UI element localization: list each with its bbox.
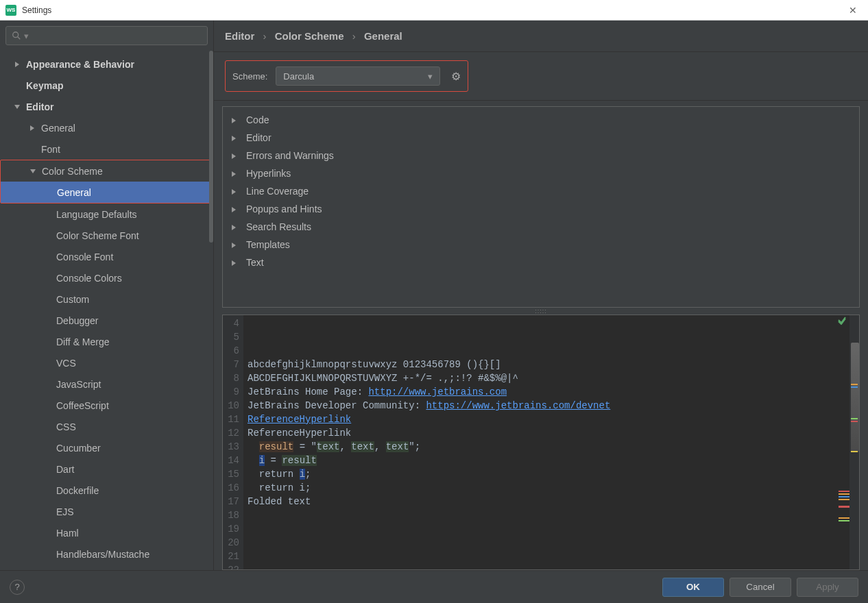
sidebar-item-vcs[interactable]: VCS xyxy=(0,352,213,373)
sidebar-item-console-font[interactable]: Console Font xyxy=(0,246,213,267)
marker-strip[interactable] xyxy=(849,315,859,569)
chevron-right-icon xyxy=(231,114,241,125)
scheme-row: Scheme: Darcula ▾ ⚙ xyxy=(214,52,868,101)
chevron-right-icon xyxy=(231,221,241,232)
sidebar-item-keymap[interactable]: Keymap xyxy=(0,75,213,96)
sidebar-item-general[interactable]: General xyxy=(0,117,213,138)
apply-button[interactable]: Apply xyxy=(797,578,858,597)
category-text[interactable]: Text xyxy=(223,254,859,271)
breadcrumb-color-scheme[interactable]: Color Scheme xyxy=(275,30,344,42)
category-code[interactable]: Code xyxy=(223,111,859,129)
sidebar-item-font[interactable]: Font xyxy=(0,138,213,160)
gear-icon[interactable]: ⚙ xyxy=(451,70,461,83)
category-search-results[interactable]: Search Results xyxy=(223,218,859,236)
breadcrumb-general: General xyxy=(364,30,402,42)
sidebar-item-coffeescript[interactable]: CoffeeScript xyxy=(0,395,213,416)
scheme-value: Darcula xyxy=(283,71,314,82)
sidebar-item-label: Diff & Merge xyxy=(56,336,110,347)
cancel-button[interactable]: Cancel xyxy=(730,578,791,597)
sidebar-item-editor[interactable]: Editor xyxy=(0,96,213,117)
sidebar-item-javascript[interactable]: JavaScript xyxy=(0,373,213,395)
search-input[interactable]: ▾ xyxy=(5,26,208,45)
breadcrumb-editor[interactable]: Editor xyxy=(225,30,254,42)
category-label: Text xyxy=(246,257,264,268)
sidebar-item-console-colors[interactable]: Console Colors xyxy=(0,267,213,288)
category-hyperlinks[interactable]: Hyperlinks xyxy=(223,164,859,182)
search-icon xyxy=(12,31,21,40)
sidebar-item-label: CSS xyxy=(56,421,76,432)
category-label: Code xyxy=(246,114,269,125)
sidebar-item-label: Console Colors xyxy=(56,273,122,284)
sidebar-item-label: Editor xyxy=(26,101,53,112)
ok-button[interactable]: OK xyxy=(662,578,724,597)
preview-panel: 45678910111213141516171819202122 abcdefg… xyxy=(222,315,860,570)
sidebar-item-label: Color Scheme xyxy=(42,166,103,177)
close-icon[interactable]: ✕ xyxy=(843,5,863,16)
category-label: Templates xyxy=(246,239,290,250)
category-editor[interactable]: Editor xyxy=(223,129,859,147)
color-scheme-highlight-box: Color SchemeGeneral xyxy=(0,160,213,204)
sidebar-item-language-defaults[interactable]: Language Defaults xyxy=(0,204,213,225)
sidebar-item-label: Cucumber xyxy=(56,443,101,454)
category-label: Search Results xyxy=(246,221,311,232)
scheme-select[interactable]: Darcula ▾ xyxy=(276,66,440,86)
panels: CodeEditorErrors and WarningsHyperlinksL… xyxy=(214,101,868,570)
inspection-indicator[interactable] xyxy=(822,315,849,325)
sidebar-item-label: Console Font xyxy=(56,251,113,262)
category-popups-and-hints[interactable]: Popups and Hints xyxy=(223,200,859,218)
sidebar-item-handlebars-mustache[interactable]: Handlebars/Mustache xyxy=(0,543,213,565)
content-area: Editor › Color Scheme › General Scheme: … xyxy=(214,21,868,570)
sidebar-item-css[interactable]: CSS xyxy=(0,416,213,437)
line-gutter: 45678910111213141516171819202122 xyxy=(223,315,243,569)
chevron-right-icon xyxy=(231,257,241,268)
category-label: Editor xyxy=(246,132,272,143)
category-errors-and-warnings[interactable]: Errors and Warnings xyxy=(223,147,859,164)
sidebar-item-dockerfile[interactable]: Dockerfile xyxy=(0,480,213,501)
sidebar-item-debugger[interactable]: Debugger xyxy=(0,310,213,331)
sidebar-scrollbar[interactable] xyxy=(209,51,213,243)
breadcrumb: Editor › Color Scheme › General xyxy=(214,21,868,52)
chevron-right-icon xyxy=(12,62,22,67)
window-title: Settings xyxy=(22,5,843,15)
category-panel[interactable]: CodeEditorErrors and WarningsHyperlinksL… xyxy=(222,106,860,308)
chevron-right-icon xyxy=(231,204,241,214)
help-button[interactable]: ? xyxy=(10,580,25,595)
splitter[interactable]: ::::: xyxy=(222,308,860,315)
sidebar-item-label: Language Defaults xyxy=(56,209,137,220)
title-bar: WS Settings ✕ xyxy=(0,0,868,21)
sidebar-item-color-scheme[interactable]: Color Scheme xyxy=(1,160,213,182)
category-templates[interactable]: Templates xyxy=(223,236,859,254)
svg-line-1 xyxy=(18,37,21,40)
sidebar-item-label: Debugger xyxy=(56,315,99,326)
code-preview[interactable]: abcdefghijklmnopqrstuvwxyz 0123456789 ()… xyxy=(243,315,849,569)
sidebar-item-label: General xyxy=(41,123,75,134)
sidebar: ▾ Appearance & BehaviorKeymapEditorGener… xyxy=(0,21,214,570)
sidebar-item-ejs[interactable]: EJS xyxy=(0,501,213,522)
sidebar-item-appearance-behavior[interactable]: Appearance & Behavior xyxy=(0,53,213,75)
sidebar-item-haml[interactable]: Haml xyxy=(0,522,213,543)
scheme-label: Scheme: xyxy=(232,71,267,82)
chevron-down-icon xyxy=(28,169,38,174)
sidebar-item-diff-merge[interactable]: Diff & Merge xyxy=(0,331,213,352)
category-label: Popups and Hints xyxy=(246,204,322,214)
sidebar-item-label: EJS xyxy=(56,506,74,517)
settings-tree[interactable]: Appearance & BehaviorKeymapEditorGeneral… xyxy=(0,51,213,570)
sidebar-item-label: Dockerfile xyxy=(56,485,99,496)
sidebar-item-label: Dart xyxy=(56,464,74,475)
sidebar-item-label: Color Scheme Font xyxy=(56,230,139,241)
chevron-right-icon xyxy=(27,125,37,131)
main-area: ▾ Appearance & BehaviorKeymapEditorGener… xyxy=(0,21,868,570)
sidebar-item-label: Font xyxy=(41,144,60,155)
sidebar-item-dart[interactable]: Dart xyxy=(0,458,213,480)
sidebar-item-cucumber[interactable]: Cucumber xyxy=(0,437,213,458)
chevron-right-icon xyxy=(231,150,241,161)
category-line-coverage[interactable]: Line Coverage xyxy=(223,182,859,200)
sidebar-item-custom[interactable]: Custom xyxy=(0,288,213,310)
sidebar-item-label: CoffeeScript xyxy=(56,400,109,411)
category-label: Line Coverage xyxy=(246,186,309,197)
chevron-right-icon xyxy=(231,132,241,143)
sidebar-item-color-scheme-font[interactable]: Color Scheme Font xyxy=(0,225,213,246)
chevron-down-icon xyxy=(12,104,22,110)
svg-point-0 xyxy=(13,32,19,38)
sidebar-item-general[interactable]: General xyxy=(1,182,213,203)
